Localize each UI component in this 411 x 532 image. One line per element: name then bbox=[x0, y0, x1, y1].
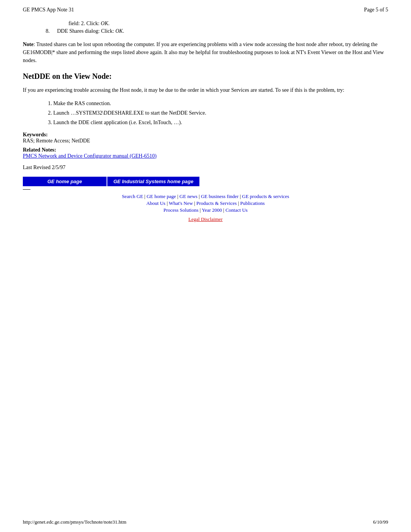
nav-ge-business-finder[interactable]: GE business finder bbox=[201, 193, 239, 199]
note-block: Note: Trusted shares can be lost upon re… bbox=[23, 40, 388, 64]
keywords-block: Keywords: RAS; Remote Access; NetDDE bbox=[23, 132, 388, 144]
section-heading: NetDDE on the View Node: bbox=[23, 72, 388, 81]
ge-buttons-bar: GE home page GE Industrial Systems home … bbox=[23, 177, 388, 186]
page-header: GE PMCS App Note 31 Page 5 of 5 bbox=[0, 0, 411, 17]
nav-about-us[interactable]: About Us bbox=[146, 200, 165, 206]
legal-disclaimer-line: Legal Disclaimer bbox=[23, 216, 388, 222]
note-label: Note bbox=[23, 42, 33, 47]
item-8-text: DDE Shares dialog: Click: OK. bbox=[57, 28, 124, 34]
item-8: 8. DDE Shares dialog: Click: OK. bbox=[46, 28, 388, 34]
nav-ge-products-services[interactable]: GE products & services bbox=[242, 193, 289, 199]
nav-ge-news[interactable]: GE news bbox=[180, 193, 198, 199]
footer-url: http://genet.edc.ge.com/pmsys/Technote/n… bbox=[23, 519, 126, 525]
last-revised: Last Revised 2/5/97 bbox=[23, 165, 388, 171]
nav-whats-new[interactable]: What's New bbox=[169, 200, 193, 206]
ordered-list: Make the RAS connection. Launch …SYSTEM3… bbox=[53, 99, 388, 126]
legal-disclaimer-link[interactable]: Legal Disclaimer bbox=[188, 216, 223, 222]
section-body: If you are experiencing trouble accessin… bbox=[23, 86, 388, 94]
footer-date: 6/10/99 bbox=[373, 519, 388, 525]
note-text: : Trusted shares can be lost upon reboot… bbox=[23, 42, 384, 63]
header-right: Page 5 of 5 bbox=[364, 7, 388, 13]
related-notes-block: Related Notes: PMCS Network and Device C… bbox=[23, 147, 388, 159]
nav-contact-us[interactable]: Contact Us bbox=[225, 207, 247, 213]
page-container: GE PMCS App Note 31 Page 5 of 5 field: 2… bbox=[0, 0, 411, 532]
content-area: field: 2. Click: OK. 8. DDE Shares dialo… bbox=[0, 17, 411, 228]
nav-products-services[interactable]: Products & Services bbox=[196, 200, 237, 206]
ge-home-button[interactable]: GE home page bbox=[23, 177, 107, 186]
keywords-text: RAS; Remote Access; NetDDE bbox=[23, 138, 90, 144]
related-link[interactable]: PMCS Network and Device Configurator man… bbox=[23, 153, 156, 159]
nav-links-line-1: Search GE | GE home page | GE news | GE … bbox=[23, 193, 388, 200]
nav-links-line-2: About Us | What's New | Products & Servi… bbox=[23, 200, 388, 206]
keywords-label: Keywords: bbox=[23, 132, 48, 137]
nav-links-line-3: Process Solutions | Year 2000 | Contact … bbox=[23, 207, 388, 213]
nav-search-ge[interactable]: Search GE bbox=[122, 193, 143, 199]
nav-ge-home[interactable]: GE home page bbox=[147, 193, 176, 199]
nav-year-2000[interactable]: Year 2000 bbox=[202, 207, 222, 213]
list-item: Launch the DDE client application (i.e. … bbox=[53, 118, 388, 126]
header-left: GE PMCS App Note 31 bbox=[23, 7, 74, 13]
item-8-num: 8. bbox=[46, 28, 57, 34]
page-footer: http://genet.edc.ge.com/pmsys/Technote/n… bbox=[0, 519, 411, 525]
list-item: Make the RAS connection. bbox=[53, 99, 388, 107]
nav-publications[interactable]: Publications bbox=[240, 200, 264, 206]
ge-industrial-button[interactable]: GE Industrial Systems home page bbox=[107, 177, 199, 186]
list-item: Launch …SYSTEM32\DDESHARE.EXE to start t… bbox=[53, 109, 388, 117]
nav-links-section: Search GE | GE home page | GE news | GE … bbox=[23, 193, 388, 222]
related-label: Related Notes: bbox=[23, 147, 56, 153]
thin-divider bbox=[23, 189, 30, 190]
nav-process-solutions[interactable]: Process Solutions bbox=[163, 207, 198, 213]
field-line: field: 2. Click: OK. bbox=[68, 21, 388, 27]
